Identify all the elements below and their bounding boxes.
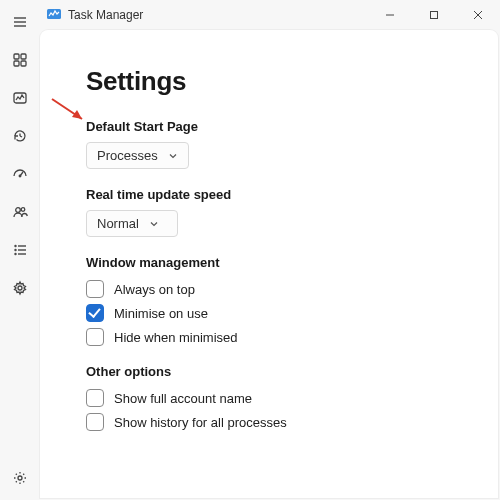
hide-when-minimised-label: Hide when minimised <box>114 330 238 345</box>
hamburger-menu-button[interactable] <box>4 6 36 38</box>
sidebar-item-details[interactable] <box>4 234 36 266</box>
svg-point-17 <box>16 208 21 213</box>
setting-realtime-speed: Real time update speed Normal <box>86 187 474 237</box>
section-window-management: Window management Always on top Minimise… <box>86 255 474 346</box>
default-start-page-dropdown[interactable]: Processes <box>86 142 189 169</box>
window-management-heading: Window management <box>86 255 474 270</box>
section-other-options: Other options Show full account name Sho… <box>86 364 474 431</box>
minimise-on-use-label: Minimise on use <box>114 306 208 321</box>
setting-default-start-page: Default Start Page Processes <box>86 119 474 169</box>
svg-point-19 <box>15 246 16 247</box>
checkbox-show-full-account-name[interactable] <box>86 389 104 407</box>
checkbox-hide-when-minimised[interactable] <box>86 328 104 346</box>
default-start-page-value: Processes <box>97 148 158 163</box>
chevron-down-icon <box>168 151 178 161</box>
checkbox-always-on-top[interactable] <box>86 280 104 298</box>
default-start-page-label: Default Start Page <box>86 119 474 134</box>
page-title: Settings <box>86 66 474 97</box>
checkbox-show-history-all[interactable] <box>86 413 104 431</box>
settings-page: Settings Default Start Page Processes Re… <box>40 30 498 498</box>
option-show-full-account-name[interactable]: Show full account name <box>86 389 474 407</box>
svg-rect-8 <box>14 54 19 59</box>
sidebar-item-performance[interactable] <box>4 82 36 114</box>
app-title: Task Manager <box>68 8 143 22</box>
sidebar-item-processes[interactable] <box>4 44 36 76</box>
realtime-speed-dropdown[interactable]: Normal <box>86 210 178 237</box>
svg-point-21 <box>15 250 16 251</box>
svg-rect-10 <box>14 61 19 66</box>
sidebar-item-app-history[interactable] <box>4 120 36 152</box>
svg-line-14 <box>20 136 22 137</box>
checkbox-minimise-on-use[interactable] <box>86 304 104 322</box>
sidebar-item-users[interactable] <box>4 196 36 228</box>
titlebar: Task Manager <box>0 0 500 30</box>
sidebar-item-services[interactable] <box>4 272 36 304</box>
other-options-heading: Other options <box>86 364 474 379</box>
close-button[interactable] <box>456 0 500 30</box>
svg-point-18 <box>21 208 25 212</box>
option-always-on-top[interactable]: Always on top <box>86 280 474 298</box>
sidebar-item-startup-apps[interactable] <box>4 158 36 190</box>
minimize-button[interactable] <box>368 0 412 30</box>
realtime-speed-label: Real time update speed <box>86 187 474 202</box>
svg-point-16 <box>19 175 21 177</box>
option-hide-when-minimised[interactable]: Hide when minimised <box>86 328 474 346</box>
show-full-account-name-label: Show full account name <box>114 391 252 406</box>
svg-point-23 <box>15 254 16 255</box>
sidebar <box>0 0 40 500</box>
chevron-down-icon <box>149 219 159 229</box>
sidebar-item-settings[interactable] <box>4 462 36 494</box>
maximize-button[interactable] <box>412 0 456 30</box>
svg-rect-2 <box>431 12 438 19</box>
option-minimise-on-use[interactable]: Minimise on use <box>86 304 474 322</box>
show-history-all-label: Show history for all processes <box>114 415 287 430</box>
svg-point-26 <box>18 476 22 480</box>
svg-rect-9 <box>21 54 26 59</box>
always-on-top-label: Always on top <box>114 282 195 297</box>
app-icon <box>46 6 62 25</box>
realtime-speed-value: Normal <box>97 216 139 231</box>
svg-point-25 <box>18 286 22 290</box>
svg-rect-11 <box>21 61 26 66</box>
option-show-history-all[interactable]: Show history for all processes <box>86 413 474 431</box>
